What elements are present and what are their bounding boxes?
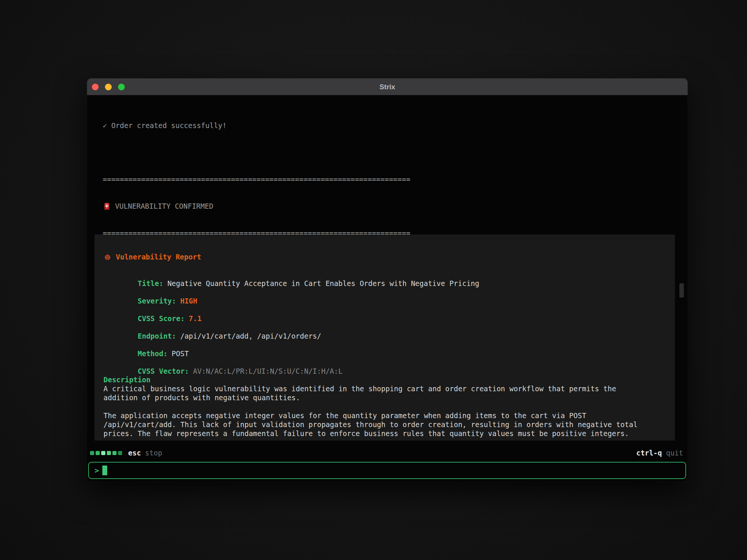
report-header-label: Vulnerability Report xyxy=(116,252,201,261)
spinner-square xyxy=(112,451,117,455)
report-field-cvss-vector: CVSS Vector:AV:N/AC:L/PR:L/UI:N/S:U/C:N/… xyxy=(103,358,666,367)
quit-action-label: quit xyxy=(666,449,683,457)
bug-icon xyxy=(103,253,112,261)
report-field-severity: Severity:HIGH xyxy=(103,287,666,296)
separator-line: ========================================… xyxy=(103,175,410,184)
command-input[interactable]: > xyxy=(88,462,686,479)
description-line: /api/v1/cart/add. This lack of input val… xyxy=(103,420,666,429)
status-bar-right: ctrl-q quit xyxy=(636,449,683,457)
field-label: Endpoint: xyxy=(138,332,176,340)
severity-badge: HIGH xyxy=(180,297,197,305)
app-window: Strix ✓ Order created successfully! ====… xyxy=(87,78,688,481)
spinner-square xyxy=(96,451,100,455)
report-field-cvss-score: CVSS Score:7.1 xyxy=(103,305,666,314)
field-value: POST xyxy=(172,349,189,358)
field-value: /api/v1/cart/add, /api/v1/orders/ xyxy=(180,332,321,340)
quit-key-label: ctrl-q xyxy=(636,449,662,457)
field-value: AV:N/AC:L/PR:L/UI:N/S:U/C:N/I:H/A:L xyxy=(193,367,342,375)
siren-icon xyxy=(103,202,111,210)
vulnerability-report-panel: Vulnerability Report Title:Negative Quan… xyxy=(94,234,675,441)
title-bar[interactable]: Strix xyxy=(87,78,688,95)
vuln-confirmed-line: VULNERABILITY CONFIRMED xyxy=(103,202,410,211)
stop-action-label: stop xyxy=(145,449,162,457)
field-label: Method: xyxy=(138,349,168,358)
field-label: Title: xyxy=(138,279,164,287)
description-line: prices. The flaw represents a fundamenta… xyxy=(103,429,666,438)
spinner-square xyxy=(107,451,111,455)
description-heading: Description xyxy=(103,375,662,384)
field-label: CVSS Score: xyxy=(138,314,185,323)
description-line: A critical business logic vulnerability … xyxy=(103,384,666,393)
report-field-endpoint: Endpoint:/api/v1/cart/add, /api/v1/order… xyxy=(103,323,666,332)
field-label: Severity: xyxy=(138,297,176,305)
field-label: CVSS Vector: xyxy=(138,367,189,375)
spinner-square xyxy=(90,451,94,455)
description-line: addition of products with negative quant… xyxy=(103,393,666,402)
report-header: Vulnerability Report xyxy=(103,252,666,261)
activity-spinner xyxy=(90,451,124,455)
log-line-order-success: ✓ Order created successfully! xyxy=(103,121,410,130)
description-line: The application accepts negative integer… xyxy=(103,411,666,420)
prompt-chevron: > xyxy=(94,466,99,475)
terminal-content: ✓ Order created successfully! ==========… xyxy=(87,95,688,481)
window-title: Strix xyxy=(87,78,688,95)
vuln-confirmed-label: VULNERABILITY CONFIRMED xyxy=(115,202,213,211)
scrollbar-thumb[interactable] xyxy=(679,283,684,298)
field-value: 7.1 xyxy=(189,314,201,323)
status-bar: esc stop ctrl-q quit xyxy=(90,448,683,457)
report-field-method: Method:POST xyxy=(103,340,666,349)
report-field-title: Title:Negative Quantity Acceptance in Ca… xyxy=(103,270,666,279)
text-cursor xyxy=(102,466,107,475)
field-value: Negative Quantity Acceptance in Cart Ena… xyxy=(167,279,479,287)
spinner-square xyxy=(101,451,105,455)
spinner-square xyxy=(118,451,122,455)
esc-key-label: esc xyxy=(128,449,141,457)
